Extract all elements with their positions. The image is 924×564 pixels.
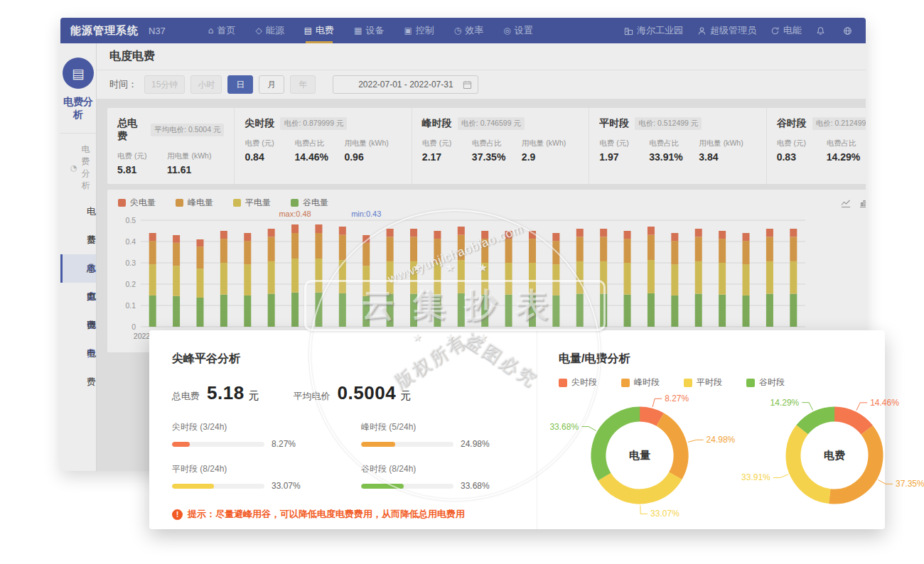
sidebar-item-basic[interactable]: 基本电费 <box>60 226 96 254</box>
progress-item-峰时段 (5/24h): 峰时段 (5/24h)24.98% <box>361 421 532 449</box>
legend-item-尖电量[interactable]: 尖电量 <box>118 197 156 209</box>
nav-right-lang[interactable] <box>843 26 856 36</box>
energy-icon: ◇ <box>255 26 262 36</box>
stat-card-peak: 峰时段电价: 0.746599 元电费 (元)2.17电费占比37.35%用电量… <box>412 108 589 184</box>
progress-fill <box>361 442 395 447</box>
avg-price-value: 0.5004 <box>338 382 397 404</box>
sidebar-menu: 电费总览基本电费电度电费力调电费 <box>60 197 96 311</box>
progress-fill <box>172 484 214 489</box>
stat-card-title: 平时段 <box>599 117 629 130</box>
donut-chart-svg: 14.46%37.35%33.91%14.29%电费 <box>728 381 924 532</box>
avg-price-label: 平均电价 <box>294 390 331 403</box>
svg-text:0.1: 0.1 <box>125 301 136 310</box>
page-header: 电度电费 <box>97 43 866 70</box>
legend-swatch <box>291 199 299 207</box>
nav-item-efficiency[interactable]: ◷效率 <box>444 18 493 43</box>
donut-card-title: 电量/电费分析 <box>559 352 885 367</box>
filter-btn-hour: 小时 <box>190 75 222 94</box>
time-filter-bar: 时间： 15分钟小时日月年 2022-07-01 - 2022-07-31 <box>97 70 866 99</box>
svg-text:0.2: 0.2 <box>125 280 136 288</box>
stat-card-head: 总电费平均电价: 0.5004 元 <box>117 117 224 143</box>
sidebar-item-overview[interactable]: 电费总览 <box>60 197 96 226</box>
nav-item-settings[interactable]: ◎设置 <box>493 18 542 43</box>
stat-card-price-badge: 电价: 0.746599 元 <box>458 117 525 130</box>
stat-card-title: 尖时段 <box>245 117 274 130</box>
stat-card-metrics: 电费 (元)5.81用电量 (kWh)11.61 <box>117 151 224 175</box>
avg-price-group: 平均电价 0.5004 元 <box>294 382 412 404</box>
progress-fill <box>172 442 190 447</box>
stat-card-head: 尖时段电价: 0.879999 元 <box>245 117 401 130</box>
progress-grid: 尖时段 (3/24h)8.27%峰时段 (5/24h)24.98%平时段 (8/… <box>172 421 520 491</box>
nav-right-label: 超级管理员 <box>710 24 756 37</box>
stat-metric-label: 电费 (元) <box>777 139 814 148</box>
calendar-icon <box>463 80 472 90</box>
stat-metric-value: 0.83 <box>777 151 814 163</box>
filter-btn-year: 年 <box>290 75 316 94</box>
stat-metric: 电费占比14.46% <box>294 139 331 163</box>
nav-item-control[interactable]: ▣控制 <box>394 18 444 43</box>
svg-text:8.27%: 8.27% <box>665 394 689 403</box>
nav-right-park[interactable]: 海尔工业园 <box>624 24 683 37</box>
top-navbar: 能源管理系统 N37 ⌂首页◇能源▤电费▦设备▣控制◷效率◎设置 海尔工业园超级… <box>60 18 866 43</box>
nav-right-notice[interactable] <box>816 26 829 36</box>
progress-label: 平时段 (8/24h) <box>172 463 343 475</box>
sidebar-item-power-factor[interactable]: 力调电费 <box>60 283 96 311</box>
svg-text:0.5: 0.5 <box>125 216 136 224</box>
bar-chart-icon[interactable] <box>859 198 866 208</box>
stat-card-metrics: 电费 (元)2.17电费占比37.35%用电量 (kWh)2.9 <box>422 139 579 163</box>
stat-metric-value: 14.29% <box>827 151 864 163</box>
legend-label: 峰电量 <box>188 197 213 209</box>
stat-metric-label: 电费占比 <box>472 139 509 148</box>
legend-item-峰电量[interactable]: 峰电量 <box>176 197 213 209</box>
app-brand: 能源管理系统 <box>70 24 139 38</box>
nav-right-power[interactable]: 电能 <box>770 24 802 37</box>
stat-card-price-badge: 电价: 0.212499 元 <box>812 117 866 130</box>
date-range-picker[interactable]: 2022-07-01 - 2022-07-31 <box>333 75 478 94</box>
nav-item-home[interactable]: ⌂首页 <box>198 18 246 43</box>
tip-text: 提示：尽量避峰用谷，可以降低电度电费费用，从而降低总用电费用 <box>188 508 465 521</box>
stat-metric-value: 11.61 <box>167 164 211 175</box>
progress-label: 谷时段 (8/24h) <box>361 463 532 475</box>
svg-text:电量: 电量 <box>629 449 650 461</box>
stat-metric-label: 电费占比 <box>649 139 686 148</box>
sidebar-item-degree[interactable]: 电度电费 <box>60 254 96 283</box>
legend-label: 尖电量 <box>130 197 156 209</box>
svg-text:min:0.43: min:0.43 <box>351 210 381 218</box>
nav-item-fee[interactable]: ▤电费 <box>294 18 344 43</box>
legend-item-平电量[interactable]: 平电量 <box>233 197 271 209</box>
nav-item-device[interactable]: ▦设备 <box>344 18 394 43</box>
svg-text:33.91%: 33.91% <box>741 472 770 482</box>
stat-card-head: 平时段电价: 0.512499 元 <box>599 117 756 130</box>
progress-item-尖时段 (3/24h): 尖时段 (3/24h)8.27% <box>172 421 343 449</box>
nav-right-admin[interactable]: 超级管理员 <box>697 24 756 37</box>
legend-swatch <box>118 199 126 207</box>
nav-right: 海尔工业园超级管理员电能 <box>610 24 856 37</box>
donut-chart-svg: 8.27%24.98%33.07%33.68%电量 <box>533 381 746 532</box>
total-fee-value: 5.18 <box>207 382 245 404</box>
control-icon: ▣ <box>404 26 412 36</box>
fee-donut-chart: 14.46%37.35%33.91%14.29%电费 <box>728 381 924 535</box>
stat-card-metrics: 电费 (元)0.84电费占比14.46%用电量 (kWh)0.96 <box>245 139 401 163</box>
legend-swatch <box>233 199 241 207</box>
nav-right-label: 电能 <box>783 24 802 37</box>
stat-metric-value: 3.84 <box>699 151 743 163</box>
total-fee-unit: 元 <box>249 389 259 403</box>
nav-item-label: 控制 <box>416 24 434 37</box>
stat-card-title: 谷时段 <box>777 117 807 130</box>
energy-donut-chart: 8.27%24.98%33.07%33.68%电量 <box>533 381 746 535</box>
filter-btn-month[interactable]: 月 <box>259 75 284 94</box>
stat-card-flat: 平时段电价: 0.512499 元电费 (元)1.97电费占比33.91%用电量… <box>589 108 766 184</box>
stat-metric: 用电量 (kWh)0.96 <box>344 139 388 163</box>
nav-item-label: 效率 <box>465 24 483 37</box>
progress-track <box>172 442 264 447</box>
line-chart-icon[interactable] <box>841 198 851 208</box>
stat-metric: 用电量 (kWh)11.61 <box>167 151 211 175</box>
filter-btn-day[interactable]: 日 <box>227 75 253 94</box>
legend-item-谷电量[interactable]: 谷电量 <box>291 197 328 209</box>
building-icon <box>624 26 633 36</box>
progress-item-谷时段 (8/24h): 谷时段 (8/24h)33.68% <box>361 463 532 491</box>
stat-card-valley: 谷时段电价: 0.212499 元电费 (元)0.83电费占比14.29%用电量… <box>767 108 866 184</box>
time-filter-label: 时间： <box>109 78 137 91</box>
nav-item-energy[interactable]: ◇能源 <box>245 18 294 43</box>
stat-card-head: 峰时段电价: 0.746599 元 <box>422 117 579 130</box>
